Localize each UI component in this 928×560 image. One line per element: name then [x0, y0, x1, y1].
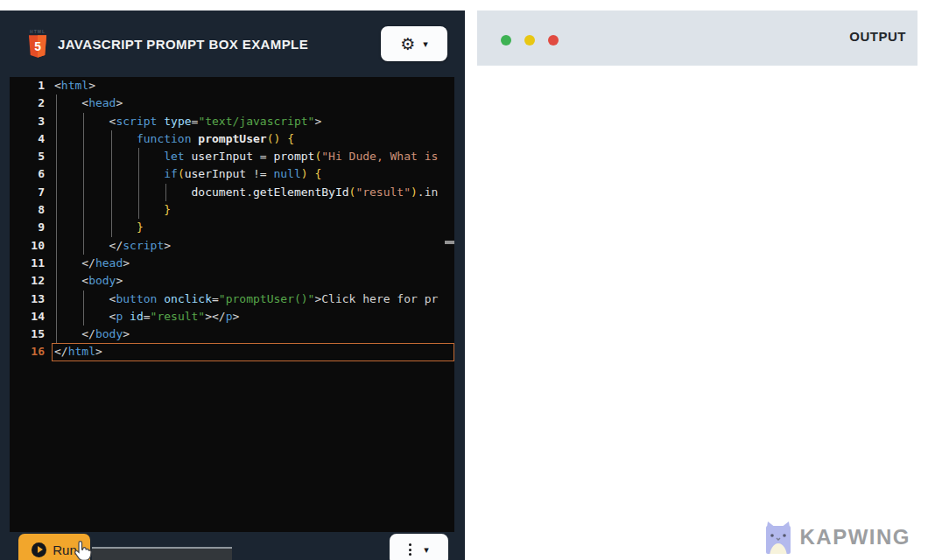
line-number: 11 [10, 255, 52, 272]
line-number: 2 [10, 94, 52, 112]
settings-button[interactable]: ⚙ ▾ [381, 26, 447, 61]
output-label: OUTPUT [849, 29, 906, 44]
run-button[interactable]: Run [18, 534, 90, 560]
code-content: if(userInput != null) { [52, 165, 454, 183]
line-number: 15 [10, 326, 52, 343]
line-number: 5 [10, 148, 52, 165]
line-number: 7 [10, 184, 52, 201]
code-line[interactable]: 1<html> [10, 77, 454, 94]
code-content: let userInput = prompt("Hi Dude, What is [52, 148, 454, 165]
editor-header: HTML 5 JAVASCRIPT PROMPT BOX EXAMPLE ⚙ ▾ [0, 10, 465, 77]
code-content: </html> [52, 343, 454, 360]
run-tooltip [92, 547, 232, 560]
code-line[interactable]: 9} [10, 219, 454, 236]
code-content: </head> [52, 255, 454, 272]
code-line[interactable]: 11</head> [10, 255, 454, 272]
run-button-label: Run [53, 542, 77, 557]
code-content: </script> [52, 237, 454, 255]
code-content: </body> [52, 326, 454, 343]
code-content: function promptUser() { [52, 130, 454, 148]
line-number: 9 [10, 219, 52, 236]
output-panel: OUTPUT KAPWING [477, 10, 917, 560]
code-line[interactable]: 2<head> [10, 94, 454, 112]
code-area: 1<html>2<head>3<script type="text/javasc… [10, 77, 454, 361]
scrollbar-thumb[interactable] [445, 241, 454, 244]
code-content: <body> [52, 272, 454, 290]
code-line[interactable]: 12<body> [10, 272, 454, 290]
window-dot-red-icon [548, 35, 559, 46]
line-number: 6 [10, 165, 52, 183]
kapwing-cat-icon [763, 521, 793, 554]
svg-text:5: 5 [34, 39, 41, 52]
line-number: 13 [10, 290, 52, 308]
chevron-down-icon: ▾ [424, 545, 429, 555]
code-content: <head> [52, 94, 454, 112]
code-content: document.getElementById("result").in [52, 184, 454, 201]
code-line[interactable]: 13<button onclick="promptUser()">Click h… [10, 290, 454, 308]
code-content: <html> [52, 77, 454, 94]
kapwing-watermark: KAPWING [763, 521, 911, 554]
html5-logo-icon: HTML 5 [28, 30, 47, 59]
code-line[interactable]: 6if(userInput != null) { [10, 165, 454, 183]
line-number: 8 [10, 201, 52, 219]
code-content: <button onclick="promptUser()">Click her… [52, 290, 454, 308]
chevron-down-icon: ▾ [423, 39, 428, 49]
code-line[interactable]: 7document.getElementById("result").in [10, 184, 454, 201]
kebab-icon [409, 543, 411, 556]
play-icon [32, 542, 46, 557]
code-content: } [52, 219, 454, 236]
code-line[interactable]: 10</script> [10, 237, 454, 255]
line-number: 4 [10, 130, 52, 148]
gear-icon: ⚙ [400, 36, 415, 52]
code-editor-panel: HTML 5 JAVASCRIPT PROMPT BOX EXAMPLE ⚙ ▾… [0, 10, 465, 560]
line-number: 3 [10, 113, 52, 130]
code-line[interactable]: 5let userInput = prompt("Hi Dude, What i… [10, 148, 454, 165]
window-dot-green-icon [501, 35, 511, 46]
page-title: JAVASCRIPT PROMPT BOX EXAMPLE [58, 37, 308, 52]
code-line[interactable]: 3<script type="text/javascript"> [10, 113, 454, 130]
code-line[interactable]: 4function promptUser() { [10, 130, 454, 148]
code-line[interactable]: 14<p id="result"></p> [10, 308, 454, 326]
html5-shield-icon: 5 [28, 34, 47, 59]
code-content: <p id="result"></p> [52, 308, 454, 326]
line-number: 1 [10, 77, 52, 94]
more-options-button[interactable]: ▾ [390, 534, 448, 560]
code-line[interactable]: 16</html> [10, 343, 454, 360]
line-number: 10 [10, 237, 52, 255]
code-editor[interactable]: 1<html>2<head>3<script type="text/javasc… [10, 77, 454, 532]
code-line[interactable]: 15</body> [10, 326, 454, 343]
line-number: 12 [10, 272, 52, 290]
window-dot-yellow-icon [524, 35, 535, 46]
line-number: 14 [10, 308, 52, 326]
code-content: <script type="text/javascript"> [52, 113, 454, 130]
line-number: 16 [10, 343, 52, 360]
code-content: } [52, 201, 454, 219]
kapwing-wordmark: KAPWING [800, 525, 911, 550]
code-line[interactable]: 8} [10, 201, 454, 219]
output-header-bar: OUTPUT [477, 10, 917, 66]
